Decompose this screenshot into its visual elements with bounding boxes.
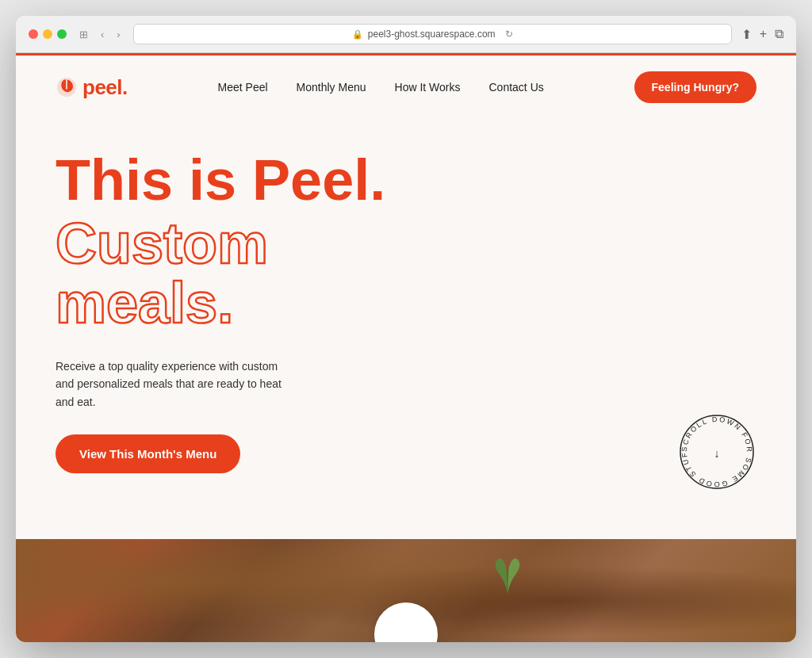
nav-contact-us[interactable]: Contact Us: [489, 81, 544, 94]
plate: [374, 603, 438, 642]
browser-nav-controls: ⊞ ‹ ›: [76, 27, 124, 42]
svg-text:↓: ↓: [714, 447, 720, 460]
view-menu-button[interactable]: View This Month's Menu: [56, 434, 240, 473]
browser-window: ⊞ ‹ › 🔒 peel3-ghost.squarespace.com ↻ ⬆ …: [16, 16, 796, 642]
minimize-button[interactable]: [43, 29, 52, 39]
tabs-icon[interactable]: ⧉: [775, 27, 783, 42]
url-text: peel3-ghost.squarespace.com: [368, 29, 496, 40]
food-image-background: [16, 539, 796, 642]
back-button[interactable]: ‹: [98, 27, 107, 42]
browser-actions: ⬆ + ⧉: [741, 27, 783, 42]
food-image: [16, 539, 796, 642]
lock-icon: 🔒: [352, 29, 363, 40]
sidebar-toggle-icon[interactable]: ⊞: [76, 27, 91, 42]
hero-title-solid: This is Peel.: [56, 151, 756, 211]
website-content: peel. Meet Peel Monthly Menu How It Work…: [16, 53, 796, 642]
nav-meet-peel[interactable]: Meet Peel: [218, 81, 268, 94]
new-tab-icon[interactable]: +: [760, 27, 767, 42]
share-icon[interactable]: ⬆: [741, 27, 752, 42]
hero-title-outline: Custom meals.: [56, 214, 756, 334]
maximize-button[interactable]: [57, 29, 67, 39]
hero-section: This is Peel. Custom meals. Receive a to…: [16, 119, 796, 539]
nav-monthly-menu[interactable]: Monthly Menu: [297, 81, 366, 94]
herb-garnish-icon: [492, 555, 523, 595]
logo-text: peel.: [82, 75, 128, 100]
browser-chrome: ⊞ ‹ › 🔒 peel3-ghost.squarespace.com ↻ ⬆ …: [16, 16, 796, 53]
close-button[interactable]: [29, 29, 38, 39]
reload-button[interactable]: ↻: [505, 29, 513, 40]
scroll-badge: SCROLL DOWN FOR SOME GOOD STUFF ↓: [677, 412, 756, 492]
logo-icon: [56, 76, 78, 98]
address-bar[interactable]: 🔒 peel3-ghost.squarespace.com ↻: [133, 24, 732, 44]
hero-description: Receive a top quality experience with cu…: [56, 358, 293, 411]
traffic-lights: [29, 29, 67, 39]
feeling-hungry-button[interactable]: Feeling Hungry?: [634, 71, 756, 103]
navbar: peel. Meet Peel Monthly Menu How It Work…: [16, 55, 796, 119]
nav-links: Meet Peel Monthly Menu How It Works Cont…: [218, 81, 544, 94]
logo[interactable]: peel.: [56, 75, 128, 100]
forward-button[interactable]: ›: [113, 27, 123, 42]
nav-how-it-works[interactable]: How It Works: [395, 81, 461, 94]
